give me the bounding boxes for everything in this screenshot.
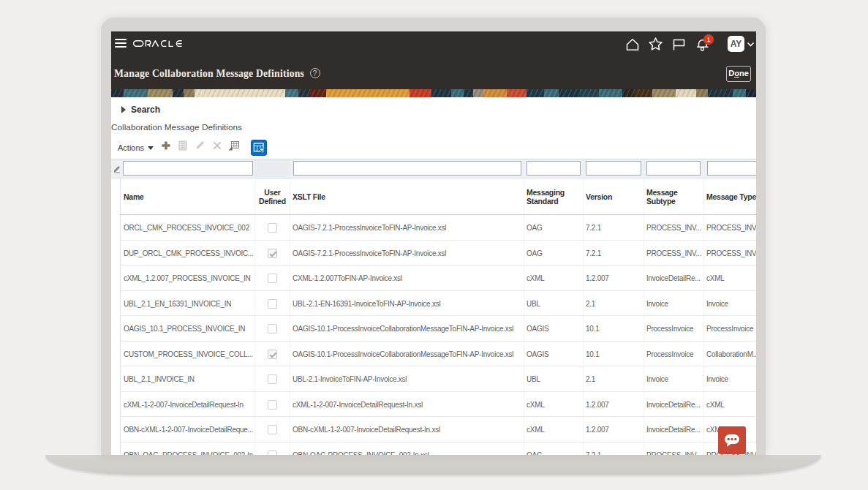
svg-text:1: 1 — [707, 36, 711, 43]
